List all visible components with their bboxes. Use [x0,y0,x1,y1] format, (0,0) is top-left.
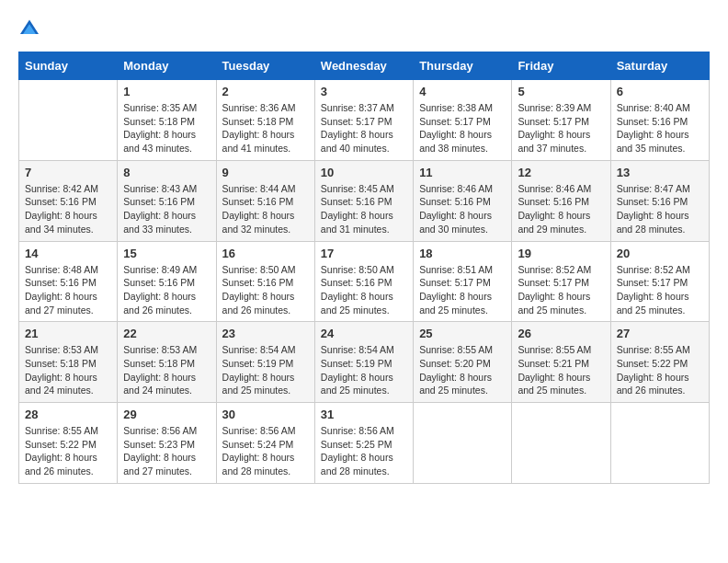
calendar-cell: 23Sunrise: 8:54 AM Sunset: 5:19 PM Dayli… [216,322,314,403]
calendar-cell [512,403,610,484]
day-info: Sunrise: 8:53 AM Sunset: 5:18 PM Dayligh… [25,343,111,397]
column-header-thursday: Thursday [414,52,512,80]
day-number: 6 [617,85,703,98]
day-number: 12 [518,166,604,179]
day-info: Sunrise: 8:43 AM Sunset: 5:16 PM Dayligh… [123,182,210,236]
day-info: Sunrise: 8:50 AM Sunset: 5:16 PM Dayligh… [321,263,407,317]
day-number: 30 [222,408,309,421]
day-info: Sunrise: 8:44 AM Sunset: 5:16 PM Dayligh… [222,182,309,236]
day-info: Sunrise: 8:55 AM Sunset: 5:22 PM Dayligh… [617,343,703,397]
day-info: Sunrise: 8:36 AM Sunset: 5:18 PM Dayligh… [222,101,309,155]
day-number: 25 [419,327,506,340]
day-info: Sunrise: 8:55 AM Sunset: 5:22 PM Dayligh… [25,424,111,478]
day-number: 26 [518,327,604,340]
calendar-cell: 8Sunrise: 8:43 AM Sunset: 5:16 PM Daylig… [118,160,216,241]
column-header-monday: Monday [118,52,216,80]
calendar-cell: 26Sunrise: 8:55 AM Sunset: 5:21 PM Dayli… [512,322,610,403]
calendar-cell: 10Sunrise: 8:45 AM Sunset: 5:16 PM Dayli… [314,160,413,241]
calendar-cell: 28Sunrise: 8:55 AM Sunset: 5:22 PM Dayli… [19,403,118,484]
calendar-table: SundayMondayTuesdayWednesdayThursdayFrid… [18,52,710,484]
day-number: 8 [123,166,210,179]
calendar-cell: 19Sunrise: 8:52 AM Sunset: 5:17 PM Dayli… [512,241,610,322]
logo [18,18,44,37]
day-info: Sunrise: 8:45 AM Sunset: 5:16 PM Dayligh… [321,182,407,236]
calendar-cell: 24Sunrise: 8:54 AM Sunset: 5:19 PM Dayli… [314,322,413,403]
day-number: 31 [321,408,407,421]
calendar-week-row: 7Sunrise: 8:42 AM Sunset: 5:16 PM Daylig… [19,160,710,241]
day-info: Sunrise: 8:39 AM Sunset: 5:17 PM Dayligh… [518,101,604,155]
calendar-cell [414,403,512,484]
day-info: Sunrise: 8:48 AM Sunset: 5:16 PM Dayligh… [25,263,111,317]
calendar-cell: 11Sunrise: 8:46 AM Sunset: 5:16 PM Dayli… [414,160,512,241]
calendar-cell: 20Sunrise: 8:52 AM Sunset: 5:17 PM Dayli… [610,241,709,322]
calendar-cell: 31Sunrise: 8:56 AM Sunset: 5:25 PM Dayli… [314,403,413,484]
day-number: 27 [617,327,703,340]
calendar-cell: 27Sunrise: 8:55 AM Sunset: 5:22 PM Dayli… [610,322,709,403]
day-info: Sunrise: 8:55 AM Sunset: 5:21 PM Dayligh… [518,343,604,397]
calendar-cell: 9Sunrise: 8:44 AM Sunset: 5:16 PM Daylig… [216,160,314,241]
day-info: Sunrise: 8:56 AM Sunset: 5:25 PM Dayligh… [321,424,407,478]
day-info: Sunrise: 8:46 AM Sunset: 5:16 PM Dayligh… [518,182,604,236]
day-info: Sunrise: 8:53 AM Sunset: 5:18 PM Dayligh… [123,343,210,397]
day-info: Sunrise: 8:51 AM Sunset: 5:17 PM Dayligh… [419,263,506,317]
calendar-cell: 25Sunrise: 8:55 AM Sunset: 5:20 PM Dayli… [414,322,512,403]
calendar-cell: 5Sunrise: 8:39 AM Sunset: 5:17 PM Daylig… [512,80,610,161]
column-header-saturday: Saturday [610,52,709,80]
calendar-cell: 13Sunrise: 8:47 AM Sunset: 5:16 PM Dayli… [610,160,709,241]
day-number: 18 [419,247,506,260]
day-number: 17 [321,247,407,260]
calendar-header-row: SundayMondayTuesdayWednesdayThursdayFrid… [19,52,710,80]
calendar-cell: 17Sunrise: 8:50 AM Sunset: 5:16 PM Dayli… [314,241,413,322]
day-number: 23 [222,327,309,340]
day-info: Sunrise: 8:56 AM Sunset: 5:23 PM Dayligh… [123,424,210,478]
day-info: Sunrise: 8:42 AM Sunset: 5:16 PM Dayligh… [25,182,111,236]
calendar-cell: 4Sunrise: 8:38 AM Sunset: 5:17 PM Daylig… [414,80,512,161]
day-number: 21 [25,327,111,340]
day-number: 24 [321,327,407,340]
day-number: 29 [123,408,210,421]
page-header [18,18,710,37]
calendar-cell: 7Sunrise: 8:42 AM Sunset: 5:16 PM Daylig… [19,160,118,241]
calendar-cell: 16Sunrise: 8:50 AM Sunset: 5:16 PM Dayli… [216,241,314,322]
day-number: 15 [123,247,210,260]
day-number: 1 [123,85,210,98]
day-number: 19 [518,247,604,260]
day-number: 9 [222,166,309,179]
day-info: Sunrise: 8:50 AM Sunset: 5:16 PM Dayligh… [222,263,309,317]
day-info: Sunrise: 8:47 AM Sunset: 5:16 PM Dayligh… [617,182,703,236]
day-number: 3 [321,85,407,98]
calendar-cell: 1Sunrise: 8:35 AM Sunset: 5:18 PM Daylig… [118,80,216,161]
calendar-cell: 30Sunrise: 8:56 AM Sunset: 5:24 PM Dayli… [216,403,314,484]
calendar-cell: 3Sunrise: 8:37 AM Sunset: 5:17 PM Daylig… [314,80,413,161]
calendar-cell: 15Sunrise: 8:49 AM Sunset: 5:16 PM Dayli… [118,241,216,322]
calendar-cell: 12Sunrise: 8:46 AM Sunset: 5:16 PM Dayli… [512,160,610,241]
day-info: Sunrise: 8:37 AM Sunset: 5:17 PM Dayligh… [321,101,407,155]
day-info: Sunrise: 8:46 AM Sunset: 5:16 PM Dayligh… [419,182,506,236]
day-number: 7 [25,166,111,179]
day-number: 5 [518,85,604,98]
day-info: Sunrise: 8:40 AM Sunset: 5:16 PM Dayligh… [617,101,703,155]
calendar-cell: 6Sunrise: 8:40 AM Sunset: 5:16 PM Daylig… [610,80,709,161]
day-number: 11 [419,166,506,179]
column-header-sunday: Sunday [19,52,118,80]
calendar-week-row: 28Sunrise: 8:55 AM Sunset: 5:22 PM Dayli… [19,403,710,484]
calendar-cell: 18Sunrise: 8:51 AM Sunset: 5:17 PM Dayli… [414,241,512,322]
day-info: Sunrise: 8:35 AM Sunset: 5:18 PM Dayligh… [123,101,210,155]
calendar-cell [610,403,709,484]
calendar-week-row: 14Sunrise: 8:48 AM Sunset: 5:16 PM Dayli… [19,241,710,322]
day-number: 16 [222,247,309,260]
day-number: 20 [617,247,703,260]
calendar-week-row: 21Sunrise: 8:53 AM Sunset: 5:18 PM Dayli… [19,322,710,403]
day-info: Sunrise: 8:38 AM Sunset: 5:17 PM Dayligh… [419,101,506,155]
day-info: Sunrise: 8:52 AM Sunset: 5:17 PM Dayligh… [617,263,703,317]
day-number: 10 [321,166,407,179]
column-header-tuesday: Tuesday [216,52,314,80]
day-info: Sunrise: 8:54 AM Sunset: 5:19 PM Dayligh… [321,343,407,397]
logo-icon [18,18,40,37]
calendar-cell: 21Sunrise: 8:53 AM Sunset: 5:18 PM Dayli… [19,322,118,403]
day-info: Sunrise: 8:55 AM Sunset: 5:20 PM Dayligh… [419,343,506,397]
day-number: 28 [25,408,111,421]
day-number: 13 [617,166,703,179]
calendar-cell: 14Sunrise: 8:48 AM Sunset: 5:16 PM Dayli… [19,241,118,322]
day-number: 2 [222,85,309,98]
